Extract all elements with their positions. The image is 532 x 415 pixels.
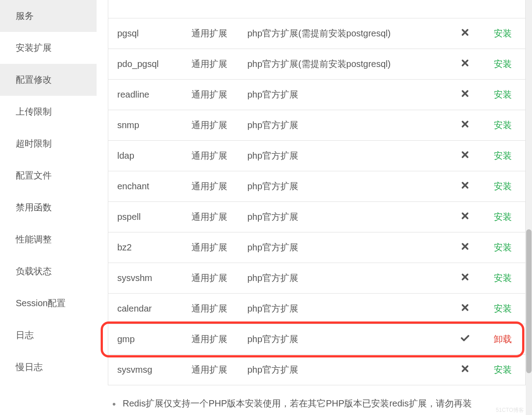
ext-type: 通用扩展 — [191, 49, 248, 80]
sidebar-item-load-status[interactable]: 负载状态 — [0, 255, 97, 287]
x-icon — [461, 151, 469, 161]
ext-name: bz2 — [108, 232, 191, 263]
table-row: readline通用扩展php官方扩展安装 — [108, 80, 526, 110]
sidebar-item-label: 负载状态 — [16, 266, 52, 276]
ext-description: php官方扩展 — [248, 355, 449, 385]
install-link[interactable]: 安装 — [494, 273, 512, 283]
sidebar-item-install-extension[interactable]: 安装扩展 — [0, 32, 97, 64]
scrollbar-track[interactable] — [526, 0, 532, 415]
ext-name: calendar — [108, 294, 191, 324]
x-icon — [461, 212, 469, 222]
table-row: snmp通用扩展php官方扩展安装 — [108, 110, 526, 141]
ext-description: php官方扩展 — [248, 80, 449, 110]
sidebar-item-session-config[interactable]: Session配置 — [0, 287, 97, 319]
sidebar-item-label: 安装扩展 — [16, 43, 52, 53]
table-row: sysvmsg通用扩展php官方扩展安装 — [108, 355, 526, 385]
ext-description: php官方扩展 — [248, 171, 449, 202]
ext-name: snmp — [108, 110, 191, 141]
table-row: ldap通用扩展php官方扩展安装 — [108, 141, 526, 171]
sidebar-item-label: 配置文件 — [16, 170, 52, 180]
ext-name: pgsql — [108, 18, 191, 49]
sidebar: 服务安装扩展配置修改上传限制超时限制配置文件禁用函数性能调整负载状态Sessio… — [0, 0, 97, 415]
x-icon — [461, 89, 469, 99]
sidebar-item-disabled-functions[interactable]: 禁用函数 — [0, 192, 97, 223]
notes-section: Redis扩展仅支持一个PHP版本安装使用，若在其它PHP版本已安装redis扩… — [97, 395, 528, 411]
sidebar-item-slow-logs[interactable]: 慢日志 — [0, 351, 97, 383]
ext-description: php官方扩展(需提前安装postgresql) — [248, 49, 449, 80]
install-link[interactable]: 安装 — [494, 59, 512, 69]
check-icon — [461, 335, 470, 344]
table-row: bz2通用扩展php官方扩展安装 — [108, 232, 526, 263]
ext-type: 通用扩展 — [191, 355, 248, 385]
sidebar-item-label: 禁用函数 — [16, 202, 52, 212]
install-link[interactable]: 安装 — [494, 151, 512, 161]
sidebar-item-config-file[interactable]: 配置文件 — [0, 160, 97, 192]
install-link[interactable]: 安装 — [494, 303, 512, 313]
sidebar-item-label: 日志 — [16, 330, 34, 340]
x-icon — [461, 59, 469, 69]
install-link[interactable]: 安装 — [494, 242, 512, 252]
sidebar-item-label: 服务 — [16, 11, 34, 21]
x-icon — [461, 273, 469, 283]
install-link[interactable]: 安装 — [494, 212, 512, 222]
sidebar-item-label: 上传限制 — [16, 107, 52, 116]
sidebar-item-upload-limit[interactable]: 上传限制 — [0, 96, 97, 128]
ext-name: sysvmsg — [108, 355, 191, 385]
sidebar-item-label: 性能调整 — [16, 234, 52, 244]
sidebar-item-label: 超时限制 — [16, 138, 52, 148]
ext-description: php官方扩展 — [248, 294, 449, 324]
table-row: enchant通用扩展php官方扩展安装 — [108, 171, 526, 202]
x-icon — [461, 242, 469, 252]
ext-description: php官方扩展 — [248, 263, 449, 294]
ext-name: readline — [108, 80, 191, 110]
x-icon — [461, 181, 469, 191]
sidebar-item-label: 配置修改 — [16, 75, 52, 85]
install-link[interactable]: 安装 — [494, 28, 512, 38]
install-link[interactable]: 安装 — [494, 120, 512, 130]
extensions-table: pgsql通用扩展php官方扩展(需提前安装postgresql)安装pdo_p… — [108, 0, 526, 385]
ext-name: pdo_pgsql — [108, 49, 191, 80]
ext-type: 通用扩展 — [191, 171, 248, 202]
scrollbar-thumb[interactable] — [526, 229, 532, 373]
ext-description: php官方扩展(需提前安装postgresql) — [248, 18, 449, 49]
ext-type: 通用扩展 — [191, 110, 248, 141]
table-row: pgsql通用扩展php官方扩展(需提前安装postgresql)安装 — [108, 18, 526, 49]
table-row: gmp通用扩展php官方扩展卸载 — [108, 324, 526, 355]
ext-type: 通用扩展 — [191, 141, 248, 171]
watermark: 51CTO博客 — [496, 406, 524, 414]
note-item: Redis扩展仅支持一个PHP版本安装使用，若在其它PHP版本已安装redis扩… — [110, 395, 528, 411]
ext-name: ldap — [108, 141, 191, 171]
content-area: pgsql通用扩展php官方扩展(需提前安装postgresql)安装pdo_p… — [97, 0, 532, 415]
install-link[interactable]: 安装 — [494, 89, 512, 99]
ext-type: 通用扩展 — [191, 80, 248, 110]
ext-type: 通用扩展 — [191, 294, 248, 324]
ext-description: php官方扩展 — [248, 232, 449, 263]
sidebar-item-service[interactable]: 服务 — [0, 0, 97, 32]
table-row: pspell通用扩展php官方扩展安装 — [108, 202, 526, 232]
ext-type: 通用扩展 — [191, 263, 248, 294]
x-icon — [461, 28, 469, 38]
x-icon — [461, 120, 469, 130]
uninstall-link[interactable]: 卸载 — [494, 334, 512, 344]
table-row: calendar通用扩展php官方扩展安装 — [108, 294, 526, 324]
table-row: pdo_pgsql通用扩展php官方扩展(需提前安装postgresql)安装 — [108, 49, 526, 80]
install-link[interactable]: 安装 — [494, 365, 512, 375]
sidebar-item-label: Session配置 — [16, 298, 66, 308]
ext-description: php官方扩展 — [248, 324, 449, 355]
sidebar-item-label: 慢日志 — [16, 362, 43, 372]
sidebar-item-config-edit[interactable]: 配置修改 — [0, 64, 97, 96]
ext-type: 通用扩展 — [191, 232, 248, 263]
ext-name: enchant — [108, 171, 191, 202]
ext-type: 通用扩展 — [191, 202, 248, 232]
ext-name: pspell — [108, 202, 191, 232]
table-row: sysvshm通用扩展php官方扩展安装 — [108, 263, 526, 294]
install-link[interactable]: 安装 — [494, 181, 512, 191]
sidebar-item-timeout-limit[interactable]: 超时限制 — [0, 128, 97, 160]
ext-name: sysvshm — [108, 263, 191, 294]
sidebar-item-logs[interactable]: 日志 — [0, 319, 97, 351]
ext-type: 通用扩展 — [191, 324, 248, 355]
ext-name: gmp — [108, 324, 191, 355]
sidebar-item-performance[interactable]: 性能调整 — [0, 223, 97, 255]
ext-description: php官方扩展 — [248, 202, 449, 232]
x-icon — [461, 365, 469, 375]
